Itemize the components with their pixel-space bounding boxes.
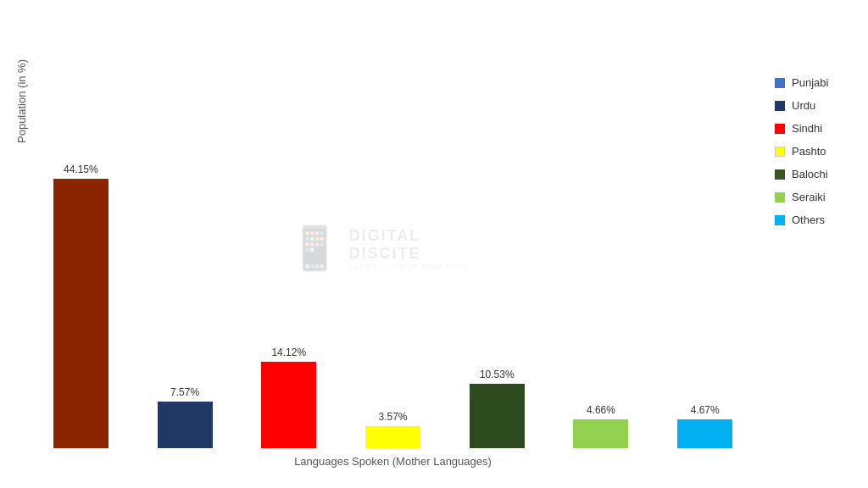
bar-urdu — [158, 402, 213, 448]
legend-label-balochi: Balochi — [792, 168, 828, 180]
bar-pashto — [365, 426, 420, 448]
bar-group-sindhi: 14.12% — [244, 347, 333, 448]
legend-item-punjabi: Punjabi — [775, 76, 851, 89]
legend-label-sindhi: Sindhi — [792, 122, 822, 135]
legend-box-balochi — [775, 169, 785, 180]
bar-group-others: 4.67% — [660, 404, 749, 448]
legend-label-others: Others — [792, 214, 825, 226]
bar-value-balochi: 10.53% — [480, 369, 515, 380]
legend-box-pashto — [775, 147, 785, 157]
legend-label-urdu: Urdu — [792, 99, 815, 112]
legend-item-sindhi: Sindhi — [775, 122, 851, 135]
bar-punjabi — [53, 179, 108, 448]
legend-item-urdu: Urdu — [775, 99, 851, 112]
bar-group-seraiki: 4.66% — [557, 404, 646, 448]
legend-item-pashto: Pashto — [775, 145, 851, 158]
legend-box-sindhi — [775, 124, 785, 134]
legend-item-others: Others — [775, 214, 851, 226]
chart-area: 📱 DIGITALDISCITE LEARN AT YOUR OWN PACE … — [28, 25, 758, 471]
legend-label-punjabi: Punjabi — [792, 76, 828, 89]
chart-wrapper: Population (in %) 📱 DIGITALDISCITE LEARN… — [0, 0, 868, 488]
bar-sindhi — [261, 362, 316, 448]
legend-box-others — [775, 215, 785, 225]
bar-value-punjabi: 44.15% — [64, 164, 98, 175]
legend-box-seraiki — [775, 192, 785, 202]
x-axis-label: Languages Spoken (Mother Languages) — [28, 448, 758, 471]
bar-balochi — [470, 384, 525, 448]
bar-others — [677, 419, 732, 448]
bar-value-pashto: 3.57% — [379, 411, 408, 423]
legend-label-seraiki: Seraiki — [792, 191, 826, 203]
legend-box-punjabi — [775, 78, 785, 88]
legend-label-pashto: Pashto — [792, 145, 826, 158]
bar-group-balochi: 10.53% — [453, 369, 542, 448]
bar-group-urdu: 7.57% — [141, 386, 230, 448]
bars-area: 44.15%7.57%14.12%3.57%10.53%4.66%4.67% — [28, 25, 758, 448]
legend-item-balochi: Balochi — [775, 168, 851, 180]
bar-group-punjabi: 44.15% — [36, 164, 125, 448]
bar-seraiki — [573, 419, 628, 448]
bar-value-seraiki: 4.66% — [587, 404, 615, 416]
bar-value-urdu: 7.57% — [170, 386, 199, 398]
legend-box-urdu — [775, 101, 785, 111]
bar-value-others: 4.67% — [691, 404, 720, 416]
bars-and-xaxis: 44.15%7.57%14.12%3.57%10.53%4.66%4.67% L… — [28, 25, 758, 471]
y-axis-label: Population (in %) — [8, 25, 28, 143]
bar-value-sindhi: 14.12% — [271, 347, 306, 358]
legend: PunjabiUrduSindhiPashtoBalochiSeraikiOth… — [758, 25, 860, 226]
bar-group-pashto: 3.57% — [348, 411, 437, 448]
legend-item-seraiki: Seraiki — [775, 191, 851, 203]
chart-container: Population (in %) 📱 DIGITALDISCITE LEARN… — [0, 0, 868, 488]
